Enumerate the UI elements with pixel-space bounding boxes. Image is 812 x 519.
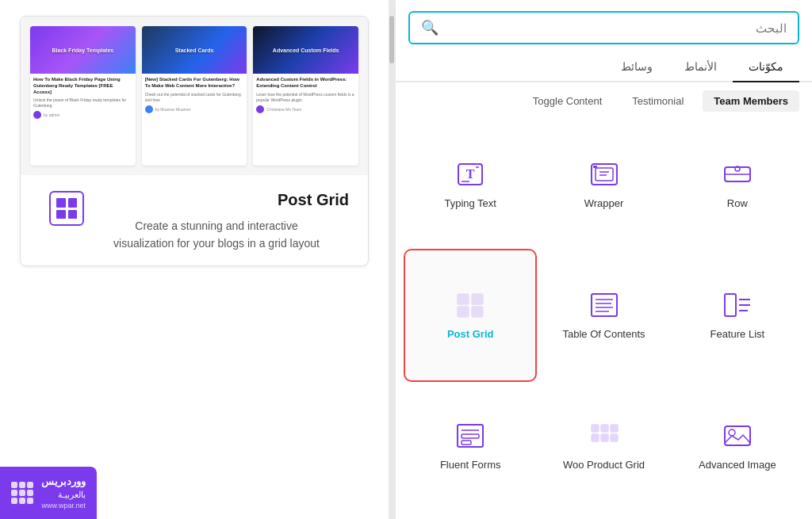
wrapper-label: Wrapper (584, 197, 624, 211)
blog-card-img-2: Stacked Cards (142, 26, 247, 74)
advanced-image-icon (718, 420, 756, 452)
svg-rect-7 (593, 166, 597, 168)
watermark: ووردبريس بالعربيـة www.wpar.net (0, 467, 97, 519)
svg-rect-30 (592, 434, 599, 441)
sub-tab-team-members[interactable]: Team Members (703, 90, 799, 112)
component-row[interactable]: Row (671, 120, 804, 249)
component-feature-list[interactable]: Feature List (671, 249, 804, 381)
preview-image-area: Black Friday Templates How To Make Black… (21, 17, 368, 175)
blog-card-text-2: Check out the potential of stacked cards… (145, 92, 244, 103)
svg-rect-23 (458, 307, 469, 317)
author-avatar-1 (33, 111, 41, 119)
fluent-forms-icon (451, 420, 489, 452)
blog-card-text-1: Unlock the power of Black Friday ready t… (33, 97, 132, 109)
preview-title: Post Grid (84, 191, 349, 209)
svg-rect-4 (596, 168, 613, 181)
row-label: Row (727, 197, 748, 211)
typing-text-icon: T (451, 158, 489, 190)
svg-point-26 (729, 429, 735, 436)
watermark-url: www.wpar.net (41, 501, 86, 511)
svg-rect-36 (462, 441, 471, 445)
blog-card-img-3: Advanced Custom Fields (253, 26, 358, 74)
sub-tab-toggle-content[interactable]: Toggle Content (522, 90, 613, 112)
svg-rect-27 (592, 425, 599, 432)
svg-rect-28 (601, 425, 608, 432)
post-grid-icon-box (49, 191, 84, 226)
feature-list-icon (718, 289, 756, 321)
post-grid-label: Post Grid (447, 327, 494, 342)
blog-card-img-1: Black Friday Templates (30, 26, 136, 74)
svg-rect-29 (611, 425, 618, 432)
svg-text:T: T (466, 167, 475, 181)
svg-rect-24 (472, 307, 483, 317)
preview-info: Post Grid Create a stunning and interact… (21, 175, 368, 265)
svg-rect-31 (601, 434, 608, 441)
svg-rect-35 (462, 434, 479, 438)
feature-list-label: Feature List (710, 327, 765, 342)
blog-card-title-2: [New] Stacked Cards For Gutenberg: How T… (145, 77, 244, 90)
left-panel: Black Friday Templates How To Make Black… (0, 0, 389, 519)
blog-card-text-3: Learn how the potential of WordPress cus… (256, 92, 355, 103)
svg-rect-16 (592, 294, 617, 316)
preview-desc: Create a stunning and interactive visual… (105, 217, 327, 253)
component-advanced-image[interactable]: Advanced Image (671, 382, 804, 511)
typing-text-label: Typing Text (444, 197, 496, 211)
author-name-2: by Muamer Muamer (155, 107, 191, 112)
fluent-forms-label: Fluent Forms (440, 458, 501, 472)
tab-media[interactable]: وسائط (605, 52, 668, 82)
advanced-image-label: Advanced Image (699, 458, 776, 472)
component-fluent-forms[interactable]: Fluent Forms (404, 382, 537, 511)
row-icon (718, 158, 756, 190)
blog-card-1: Black Friday Templates How To Make Black… (30, 26, 136, 166)
search-icon: 🔍 (421, 19, 439, 36)
svg-rect-22 (472, 294, 483, 304)
scroll-indicator[interactable] (389, 0, 395, 519)
right-panel: 🔍 مكوّنات الأنماط وسائط Team Members Tes… (395, 0, 812, 519)
search-input[interactable] (446, 21, 787, 35)
author-avatar-3 (256, 105, 264, 113)
post-grid-icon (451, 289, 489, 321)
preview-text-area: Post Grid Create a stunning and interact… (84, 191, 349, 253)
author-avatar-2 (145, 105, 153, 113)
blog-card-3: Advanced Custom Fields Advanced Custom F… (253, 26, 358, 166)
watermark-line2: بالعربيـة (41, 489, 86, 501)
blog-card-title-3: Advanced Custom Fields in WordPress: Ext… (256, 77, 355, 90)
component-woo-product-grid[interactable]: Woo Product Grid (537, 382, 670, 511)
component-wrapper[interactable]: Wrapper (537, 120, 670, 249)
component-table-of-contents[interactable]: Table Of Contents (537, 249, 670, 381)
svg-rect-12 (725, 294, 736, 316)
component-post-grid[interactable]: Post Grid (404, 249, 537, 381)
search-bar: 🔍 (396, 0, 812, 52)
components-grid: Row Wrapper T (396, 112, 812, 519)
component-typing-text[interactable]: T Typing Text (404, 120, 537, 249)
author-name-1: by admin (44, 113, 59, 117)
search-input-wrapper[interactable]: 🔍 (408, 11, 799, 44)
main-tabs-row: مكوّنات الأنماط وسائط (396, 52, 812, 82)
tab-components[interactable]: مكوّنات (733, 52, 799, 82)
watermark-line1: ووردبريس (41, 475, 86, 489)
preview-card: Black Friday Templates How To Make Black… (20, 16, 369, 266)
woo-product-grid-label: Woo Product Grid (563, 458, 645, 472)
watermark-logo (11, 482, 33, 504)
sub-tab-testimonial[interactable]: Testimonial (621, 90, 695, 112)
watermark-text: ووردبريس بالعربيـة www.wpar.net (41, 475, 86, 511)
tab-patterns[interactable]: الأنماط (668, 52, 733, 82)
svg-rect-21 (458, 294, 469, 304)
blog-card-2: Stacked Cards [New] Stacked Cards For Gu… (142, 26, 247, 166)
scroll-thumb[interactable] (389, 16, 394, 63)
table-of-contents-icon (585, 289, 623, 321)
sub-tabs-row: Team Members Testimonial Toggle Content (396, 82, 812, 112)
wrapper-icon (585, 158, 623, 190)
blog-card-title-1: How To Make Black Friday Page Using Gute… (33, 77, 132, 95)
author-name-3: Christiane Ms Team (266, 107, 301, 112)
svg-rect-25 (725, 426, 750, 445)
table-of-contents-label: Table Of Contents (562, 327, 645, 342)
woo-product-grid-icon (585, 420, 623, 452)
svg-rect-32 (611, 434, 618, 441)
